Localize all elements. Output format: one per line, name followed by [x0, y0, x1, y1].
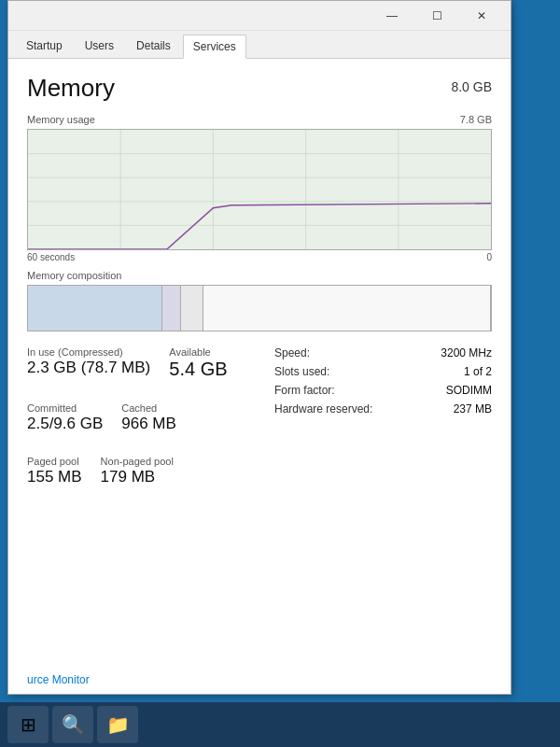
non-paged-pool-value: 179 MB — [101, 468, 174, 486]
title-bar: — ☐ ✕ — [8, 1, 511, 31]
minimize-button[interactable]: — — [371, 4, 413, 28]
speed-row: Speed: 3200 MHz — [274, 346, 492, 359]
tab-startup[interactable]: Startup — [16, 34, 73, 58]
composition-section: Memory composition — [27, 270, 492, 331]
comp-free — [203, 286, 491, 331]
slots-value: 1 of 2 — [464, 365, 492, 378]
available-label: Available — [169, 346, 227, 358]
in-use-stat: In use (Compressed) 2.3 GB (78.7 MB) — [27, 346, 150, 380]
in-use-value: 2.3 GB (78.7 MB) — [27, 359, 150, 377]
form-factor-value: SODIMM — [446, 384, 492, 397]
paged-pool-value: 155 MB — [27, 468, 82, 486]
non-paged-pool-stat: Non-paged pool 179 MB — [101, 456, 174, 486]
maximize-button[interactable]: ☐ — [415, 4, 458, 28]
taskbar: ⊞ 🔍 📁 — [0, 702, 560, 747]
comp-in-use — [28, 286, 162, 331]
close-button[interactable]: ✕ — [460, 4, 503, 28]
committed-stat: Committed 2.5/9.6 GB — [27, 402, 103, 433]
window-controls: — ☐ ✕ — [371, 4, 503, 28]
hw-reserved-label: Hardware reserved: — [274, 402, 372, 416]
in-use-label: In use (Compressed) — [27, 346, 150, 358]
stats-right-column: Speed: 3200 MHz Slots used: 1 of 2 Form … — [259, 346, 492, 509]
speed-value: 3200 MHz — [441, 346, 492, 359]
paged-pool-label: Paged pool — [27, 456, 82, 467]
files-button[interactable]: 📁 — [97, 706, 138, 743]
available-value: 5.4 GB — [169, 359, 227, 380]
speed-label: Speed: — [274, 346, 310, 359]
resource-monitor-link[interactable]: urce Monitor — [27, 673, 90, 686]
stats-grid: In use (Compressed) 2.3 GB (78.7 MB) Ava… — [27, 346, 492, 509]
tab-bar: Startup Users Details Services — [8, 31, 511, 59]
start-button[interactable]: ⊞ — [7, 706, 49, 743]
cached-stat: Cached 966 MB — [121, 402, 176, 433]
main-content: Memory 8.0 GB Memory usage 7.8 GB — [8, 59, 511, 694]
time-start-label: 60 seconds — [27, 252, 75, 262]
memory-title: Memory — [27, 74, 115, 103]
memory-usage-chart — [27, 129, 492, 250]
chart-time-labels: 60 seconds 0 — [27, 252, 492, 262]
chart-svg — [28, 130, 491, 249]
stats-left-column: In use (Compressed) 2.3 GB (78.7 MB) Ava… — [27, 346, 259, 509]
paged-pool-stat: Paged pool 155 MB — [27, 456, 82, 486]
comp-standby — [181, 286, 204, 331]
available-stat: Available 5.4 GB — [169, 346, 227, 380]
memory-header: Memory 8.0 GB — [27, 74, 492, 103]
committed-cached-row: Committed 2.5/9.6 GB Cached 966 MB — [27, 402, 259, 444]
hw-reserved-value: 237 MB — [454, 402, 492, 416]
non-paged-pool-label: Non-paged pool — [101, 456, 174, 467]
form-factor-row: Form factor: SODIMM — [274, 384, 492, 397]
chart-label-row: Memory usage 7.8 GB — [27, 114, 492, 125]
slots-label: Slots used: — [274, 365, 329, 378]
usage-label: Memory usage — [27, 114, 95, 125]
cached-value: 966 MB — [121, 415, 176, 433]
tab-users[interactable]: Users — [75, 34, 124, 58]
composition-bar — [27, 285, 492, 331]
slots-row: Slots used: 1 of 2 — [274, 365, 492, 378]
in-use-available-row: In use (Compressed) 2.3 GB (78.7 MB) Ava… — [27, 346, 259, 391]
usage-chart-section: Memory usage 7.8 GB — [27, 114, 492, 262]
committed-label: Committed — [27, 402, 103, 414]
usage-value: 7.8 GB — [460, 114, 492, 125]
committed-value: 2.5/9.6 GB — [27, 415, 103, 433]
tab-details[interactable]: Details — [126, 34, 181, 58]
tab-services[interactable]: Services — [183, 35, 246, 59]
pool-row: Paged pool 155 MB Non-paged pool 179 MB — [27, 456, 259, 498]
search-button[interactable]: 🔍 — [52, 706, 93, 743]
comp-modified — [162, 286, 181, 331]
task-manager-window: — ☐ ✕ Startup Users Details Services Mem… — [7, 0, 511, 695]
composition-label: Memory composition — [27, 270, 492, 281]
memory-total: 8.0 GB — [451, 79, 492, 94]
cached-label: Cached — [121, 402, 176, 414]
hw-reserved-row: Hardware reserved: 237 MB — [274, 402, 492, 416]
form-factor-label: Form factor: — [274, 384, 335, 397]
time-end-label: 0 — [486, 252, 492, 262]
